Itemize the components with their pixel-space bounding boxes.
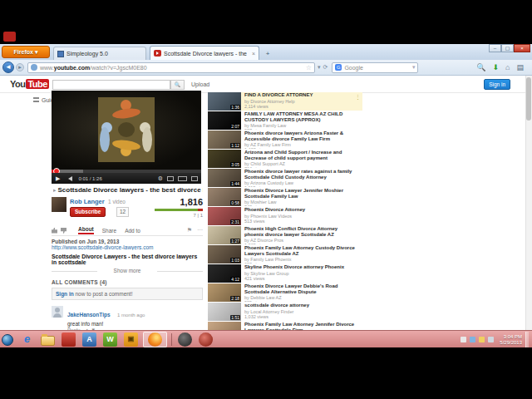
suggested-title-link[interactable]: scottsdale divorce attorney [244,303,356,308]
upload-link[interactable]: Upload [191,81,209,87]
tab-youtube-active[interactable]: Scottsdale Divorce lawyers - the best ..… [150,46,259,60]
channel-name-link[interactable]: Rob Langer [70,198,105,205]
suggested-video[interactable]: 2:31 Phoenix Divorce Attorney by Phoenix… [208,207,362,225]
video-thumbnail[interactable]: 0:58 [208,188,241,206]
video-thumbnail[interactable]: 2:18 [208,283,241,302]
firefox-taskbar-active[interactable] [143,332,167,347]
suggested-title-link[interactable]: Arizona and Child Support / Increase and… [244,150,356,160]
tray-action-icon[interactable] [488,337,494,342]
video-thumbnail[interactable]: 1:51 [208,303,241,321]
video-thumbnail[interactable]: 2:07 [208,111,241,130]
suggested-title-link[interactable]: FIND A DIVORCE ATTORNEY [244,92,356,98]
suggested-title-link[interactable]: Skyline Phoenix Divorce attorney Phoenix [244,264,356,270]
suggested-video[interactable]: 1:51 scottsdale divorce attorney by Loca… [208,303,362,321]
suggested-title-link[interactable]: Phoenix Divorce Lawyer Debbie's Road Sco… [244,283,356,294]
back-button[interactable]: ◄ [2,62,14,73]
tray-volume-icon[interactable] [479,337,485,342]
bookmark-star-icon[interactable]: ☆ [306,64,312,71]
green-w-app-icon[interactable]: W [103,332,117,347]
suggested-title-link[interactable]: Phoenix divorce lawyer rates against a f… [244,169,356,180]
suggested-video[interactable]: 1:44 Phoenix divorce lawyer rates agains… [208,169,362,187]
youtube-logo[interactable]: YouTube [10,79,49,89]
downloads-icon[interactable]: ⬇ [493,63,500,71]
dislike-icon[interactable] [61,228,66,234]
video-thumbnail[interactable]: 1:09 [208,322,241,330]
suggested-title-link[interactable]: FAMILY LAW ATTORNEY MESA AZ CHILD CUSTOD… [244,111,356,122]
explorer-folder-icon[interactable] [41,336,55,346]
like-icon[interactable] [52,228,57,234]
tab-close-icon[interactable]: × [249,51,255,57]
suggested-video[interactable]: 4:12 Skyline Phoenix Divorce attorney Ph… [208,264,362,283]
media-app-icon[interactable] [62,332,76,347]
commenter-avatar[interactable] [52,306,63,318]
tab-about[interactable]: About [78,226,94,234]
theater-mode-icon[interactable] [178,176,187,181]
page-scrollbar-thumb[interactable] [526,77,531,121]
volume-icon[interactable] [66,176,72,181]
subscribe-button[interactable]: Subscribe [70,207,106,217]
play-button[interactable]: ▶ [56,175,60,182]
start-button[interactable] [2,334,13,346]
firefox-icon[interactable] [148,332,162,347]
video-frame[interactable] [52,91,201,170]
signin-comment-link[interactable]: Sign in [56,291,74,297]
panel-icon[interactable]: ▤ [516,63,524,71]
video-thumbnail[interactable]: 2:31 [208,207,241,225]
show-more-link[interactable]: Show more [52,268,203,273]
page-scrollbar[interactable] [525,76,532,330]
video-thumbnail[interactable]: 3:05 [208,150,241,168]
suggested-title-link[interactable]: Phoenix divorce lawyers Arizona Faster &… [244,131,356,141]
phone-app-icon[interactable] [199,332,213,347]
show-desktop-button[interactable] [525,332,529,347]
tab-simpleology[interactable]: Simpleology 5.0 [53,47,146,60]
firefox-menu-button[interactable]: Firefox ▾ [2,46,50,58]
suggested-video[interactable]: 1:09 Phoenix Family Law Attorney Jennife… [208,322,362,330]
new-tab-button[interactable]: + [263,49,273,58]
site-identity-icon[interactable] [31,64,37,71]
video-thumbnail[interactable]: 1:12 [208,131,241,149]
maximize-button[interactable]: ▢ [501,44,514,52]
close-button[interactable]: × [514,44,530,52]
video-thumbnail[interactable]: 1:27 [208,226,241,244]
suggested-video[interactable]: 2:18 Phoenix Divorce Lawyer Debbie's Roa… [208,283,362,302]
tab-share[interactable]: Share [102,228,116,234]
forward-button[interactable]: ► [16,63,24,71]
video-player[interactable]: ▶ 0:01 / 1:26 ⚙ [52,91,201,184]
orange-app-icon[interactable]: ▣ [124,332,138,347]
suggested-title-link[interactable]: Phoenix Divorce Lawyer Jennifer Moshier … [244,188,356,199]
reload-icon[interactable]: ⟳ [323,64,328,71]
tab-add-to[interactable]: Add to [125,228,140,234]
sign-in-button[interactable]: Sign in [484,79,510,90]
internet-explorer-icon[interactable]: e [20,332,34,347]
channel-avatar[interactable] [52,197,66,212]
video-thumbnail[interactable]: 1:36 [208,92,241,111]
quality-icon[interactable] [167,176,174,181]
suggested-video-featured[interactable]: 1:36 FIND A DIVORCE ATTORNEY by Divorce … [208,92,362,111]
commenter-name-link[interactable]: JakeHansonTips [67,312,111,318]
blue-a-app-icon[interactable]: A [82,332,96,347]
suggested-video[interactable]: 1:27 Phoenix High Conflict Divorce Attor… [208,226,362,244]
dark-app-icon[interactable] [178,332,192,347]
search-icon[interactable]: 🔍 [476,63,485,71]
suggested-video[interactable]: 1:03 Phoenix Family Law Attorney Custody… [208,245,362,264]
video-thumbnail[interactable]: 1:03 [208,245,241,264]
ad-options-icon[interactable]: ⋮ [355,94,361,101]
video-thumbnail[interactable]: 1:44 [208,169,241,187]
suggested-title-link[interactable]: Phoenix Family Law Attorney Custody Divo… [244,245,356,256]
settings-gear-icon[interactable]: ⚙ [158,175,163,182]
more-actions-icon[interactable]: ⋯ [197,227,203,234]
tray-icon[interactable] [461,337,466,342]
video-thumbnail[interactable]: 4:12 [208,264,241,283]
url-bar[interactable]: www.youtube.com/watch?v=JgscM0E80 ☆ [27,62,315,73]
description-link[interactable]: http://www.scottsdale-divorce-lawyers.co… [52,244,203,250]
suggested-video[interactable]: 2:07 FAMILY LAW ATTORNEY MESA AZ CHILD C… [208,111,362,130]
suggested-title-link[interactable]: Phoenix Divorce Attorney [244,207,356,213]
suggested-video[interactable]: 1:12 Phoenix divorce lawyers Arizona Fas… [208,131,362,149]
home-icon[interactable]: ⌂ [505,63,510,71]
youtube-search-input[interactable] [52,80,170,90]
suggested-video[interactable]: 0:58 Phoenix Divorce Lawyer Jennifer Mos… [208,188,362,206]
tray-network-icon[interactable] [470,337,475,342]
suggested-video[interactable]: 3:05 Arizona and Child Support / Increas… [208,150,362,168]
taskbar-clock[interactable]: 3:04 PM 5/29/2013 [500,334,522,346]
bookmarks-menu-icon[interactable]: ▾ [318,64,321,71]
